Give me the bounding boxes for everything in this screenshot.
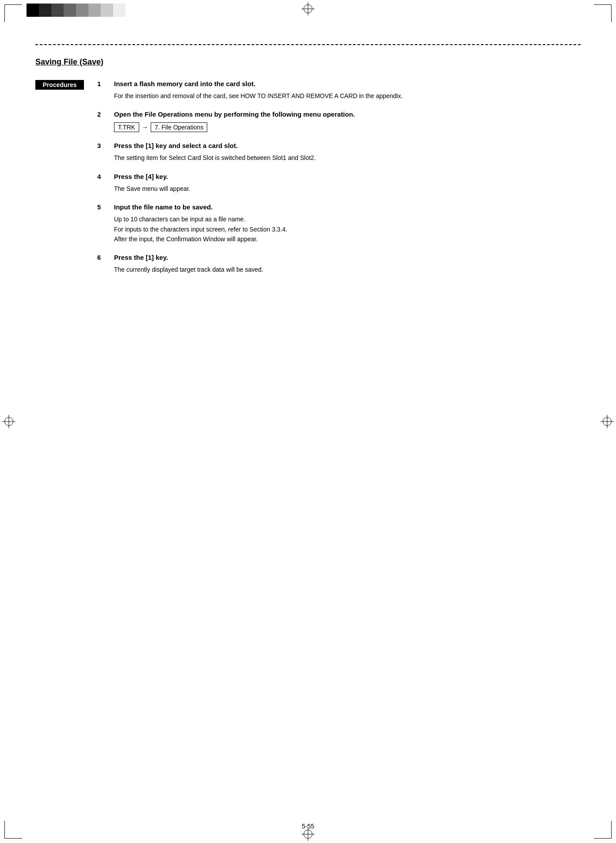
step-3-number: 3: [97, 142, 106, 149]
step-4: 4Press the [4] key.The Save menu will ap…: [97, 173, 581, 194]
step-3: 3Press the [1] key and select a card slo…: [97, 142, 581, 163]
procedures-badge: Procedures: [35, 80, 84, 90]
step-1-title: Insert a flash memory card into the card…: [114, 80, 255, 87]
page-number: 5-55: [302, 823, 314, 830]
step-6-body: The currently displayed target track dat…: [114, 265, 581, 274]
grayscale-bar: [27, 4, 138, 17]
step-2: 2Open the File Operations menu by perfor…: [97, 110, 581, 132]
corner-mark-top-right: [594, 4, 612, 22]
step-5-number: 5: [97, 203, 106, 211]
step-4-title: Press the [4] key.: [114, 173, 168, 180]
step-1: 1Insert a flash memory card into the car…: [97, 80, 581, 101]
reg-mark-right: [601, 415, 614, 428]
grayscale-block: [39, 4, 51, 17]
main-content: Saving File (Save) Procedures 1Insert a …: [35, 44, 581, 808]
grayscale-block: [64, 4, 76, 17]
step-5-title: Input the file name to be saved.: [114, 203, 213, 211]
grayscale-block: [88, 4, 101, 17]
step-2-title: Open the File Operations menu by perform…: [114, 110, 355, 118]
step-1-body: For the insertion and removal of the car…: [114, 91, 581, 101]
step-5-header: 5Input the file name to be saved.: [97, 203, 581, 211]
menu-box-file-operations: 7. File Operations: [151, 122, 208, 132]
step-6-header: 6Press the [1] key.: [97, 254, 581, 261]
grayscale-block: [113, 4, 125, 17]
grayscale-block: [125, 4, 138, 17]
reg-mark-top: [301, 2, 315, 15]
step-5: 5Input the file name to be saved.Up to 1…: [97, 203, 581, 244]
step-4-number: 4: [97, 173, 106, 180]
reg-mark-left: [2, 415, 15, 428]
corner-mark-bottom-left: [4, 821, 22, 839]
step-2-menu: T.TRK→7. File Operations: [114, 122, 581, 132]
step-4-header: 4Press the [4] key.: [97, 173, 581, 180]
step-1-number: 1: [97, 80, 106, 87]
grayscale-block: [51, 4, 64, 17]
step-3-title: Press the [1] key and select a card slot…: [114, 142, 238, 149]
corner-mark-bottom-right: [594, 821, 612, 839]
page-title: Saving File (Save): [35, 57, 581, 67]
step-3-body: The setting item for Select Card Slot is…: [114, 153, 581, 163]
grayscale-block: [27, 4, 39, 17]
step-2-header: 2Open the File Operations menu by perfor…: [97, 110, 581, 118]
menu-box-ttrk: T.TRK: [114, 122, 139, 132]
corner-mark-top-left: [4, 4, 22, 22]
section-divider: [35, 44, 581, 45]
procedures-section: Procedures 1Insert a flash memory card i…: [35, 80, 581, 285]
step-6: 6Press the [1] key.The currently display…: [97, 254, 581, 274]
step-3-header: 3Press the [1] key and select a card slo…: [97, 142, 581, 149]
grayscale-block: [101, 4, 113, 17]
step-1-header: 1Insert a flash memory card into the car…: [97, 80, 581, 87]
grayscale-block: [76, 4, 88, 17]
step-5-body: Up to 10 characters can be input as a fi…: [114, 214, 581, 244]
step-2-number: 2: [97, 110, 106, 118]
step-6-title: Press the [1] key.: [114, 254, 168, 261]
step-6-number: 6: [97, 254, 106, 261]
step-4-body: The Save menu will appear.: [114, 184, 581, 194]
steps-container: 1Insert a flash memory card into the car…: [97, 80, 581, 285]
menu-arrow: →: [142, 124, 148, 131]
